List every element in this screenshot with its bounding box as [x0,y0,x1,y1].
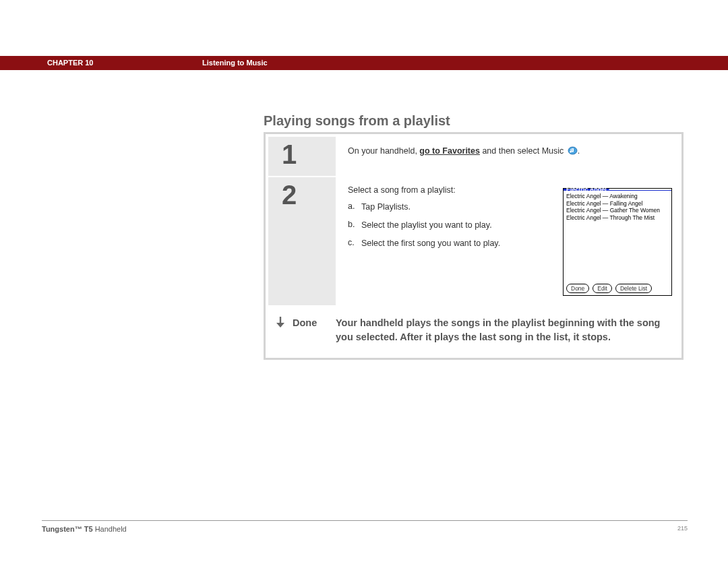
substep-c-text: Select the first song you want to play. [361,238,516,249]
content-panel: 1 On your handheld, go to Favorites and … [264,132,684,360]
substep-b-text: Select the playlist you want to play. [361,220,516,231]
palm-edit-button[interactable]: Edit [593,284,612,293]
substep-a-text: Tap Playlists. [361,201,516,213]
page-title: Playing songs from a playlist [264,113,450,129]
step-1-row: 1 On your handheld, go to Favorites and … [268,137,679,177]
substep-b: b. Select the playlist you want to play. [348,220,516,231]
down-arrow-icon [275,316,286,332]
svg-marker-2 [276,323,284,327]
favorites-link[interactable]: go to Favorites [419,146,480,156]
palm-playlist-title: Electric Angel [564,189,609,190]
page-footer: Tungsten™ T5 Handheld 215 [42,520,688,533]
substep-c: c. Select the first song you want to pla… [348,238,516,249]
step1-suffix: and then select Music [480,146,566,156]
palm-list-item: Electric Angel — Through The Mist [566,214,669,222]
done-row: Done Your handheld plays the songs in th… [268,305,679,355]
done-label: Done [293,316,317,330]
palm-delete-list-button[interactable]: Delete List [615,284,652,293]
substep-a: a. Tap Playlists. [348,201,516,213]
step-number-2: 2 [268,177,336,305]
chapter-label: CHAPTER 10 [47,56,93,70]
step-2-body: Select a song from a playlist: a. Tap Pl… [336,177,679,305]
step2-intro: Select a song from a playlist: [348,185,516,195]
step-number-1: 1 [268,137,336,177]
product-name: Tungsten™ T5 [42,525,93,533]
step1-prefix: On your handheld, [348,146,419,156]
substep-a-letter: a. [348,201,361,213]
palm-list-item: Electric Angel — Awakening [566,193,669,200]
footer-product: Tungsten™ T5 Handheld [42,525,127,533]
done-label-wrap: Done [272,316,336,344]
product-suffix: Handheld [93,525,127,533]
page-number: 215 [677,525,688,533]
substep-b-letter: b. [348,220,361,231]
done-text: Your handheld plays the songs in the pla… [336,316,668,344]
step-2-row: 2 Select a song from a playlist: a. Tap … [268,177,679,305]
chapter-header-bar: CHAPTER 10 Listening to Music [0,56,728,70]
palm-list-item: Electric Angel — Falling Angel [566,200,669,208]
palm-button-row: Done Edit Delete List [566,284,669,293]
palm-done-button[interactable]: Done [566,284,589,293]
step1-period: . [578,146,580,156]
palm-screenshot: Electric Angel Electric Angel — Awakenin… [563,188,672,296]
music-icon [568,146,578,157]
palm-song-list: Electric Angel — Awakening Electric Ange… [564,191,671,223]
step-1-body: On your handheld, go to Favorites and th… [336,137,679,177]
step-2-text: Select a song from a playlist: a. Tap Pl… [348,185,516,296]
palm-list-item: Electric Angel — Gather The Women [566,207,669,214]
section-title: Listening to Music [202,56,268,70]
substep-c-letter: c. [348,238,361,249]
